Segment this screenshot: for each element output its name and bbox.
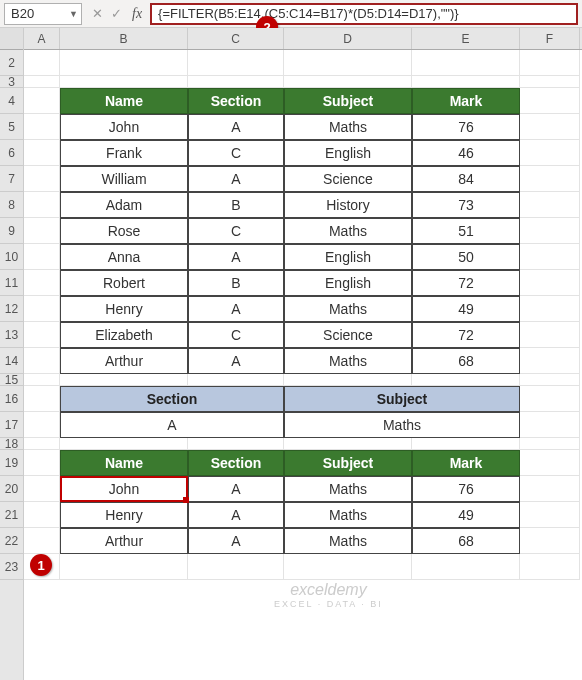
spreadsheet-grid: 2 3 4 5 6 7 8 9 10 11 12 13 14 15 16 17 … — [0, 28, 582, 680]
row-header[interactable]: 14 — [0, 348, 23, 374]
result-row: Henry A Maths 49 — [24, 502, 582, 528]
name-box[interactable]: B20 ▼ — [4, 3, 82, 25]
table-row: RoseCMaths51 — [24, 218, 582, 244]
filter-section-value[interactable]: A — [60, 412, 284, 438]
row-header[interactable]: 11 — [0, 270, 23, 296]
row-header[interactable]: 8 — [0, 192, 23, 218]
row-header[interactable]: 18 — [0, 438, 23, 450]
table-header-row: Name Section Subject Mark — [24, 88, 582, 114]
sheet-cells[interactable]: Name Section Subject Mark JohnAMaths76 F… — [24, 50, 582, 580]
result-header-mark: Mark — [412, 450, 520, 476]
callout-1: 1 — [30, 554, 52, 576]
row-header[interactable]: 6 — [0, 140, 23, 166]
result-row: Arthur A Maths 68 — [24, 528, 582, 554]
row-header[interactable]: 4 — [0, 88, 23, 114]
header-section: Section — [188, 88, 284, 114]
chevron-down-icon[interactable]: ▼ — [69, 9, 78, 19]
row-header[interactable]: 17 — [0, 412, 23, 438]
table-row: RobertBEnglish72 — [24, 270, 582, 296]
result-row: John A Maths 76 — [24, 476, 582, 502]
table-row: ElizabethCScience72 — [24, 322, 582, 348]
row-header[interactable]: 12 — [0, 296, 23, 322]
filter-header-section: Section — [60, 386, 284, 412]
row-header[interactable]: 13 — [0, 322, 23, 348]
table-row: HenryAMaths49 — [24, 296, 582, 322]
col-headers: A B C D E F — [24, 28, 582, 50]
formula-text: {=FILTER(B5:E14,(C5:C14=B17)*(D5:D14=D17… — [158, 6, 459, 21]
row-header[interactable]: 16 — [0, 386, 23, 412]
row-header[interactable]: 2 — [0, 50, 23, 76]
row-header[interactable]: 20 — [0, 476, 23, 502]
header-name: Name — [60, 88, 188, 114]
select-all-corner[interactable] — [0, 28, 23, 50]
filter-value-row: A Maths — [24, 412, 582, 438]
table-row: AdamBHistory73 — [24, 192, 582, 218]
col-header[interactable]: B — [60, 28, 188, 49]
row-header[interactable]: 3 — [0, 76, 23, 88]
formula-bar[interactable]: {=FILTER(B5:E14,(C5:C14=B17)*(D5:D14=D17… — [150, 3, 578, 25]
result-header-row: Name Section Subject Mark — [24, 450, 582, 476]
row-header[interactable]: 5 — [0, 114, 23, 140]
active-cell[interactable]: John — [60, 476, 188, 502]
header-subject: Subject — [284, 88, 412, 114]
watermark: exceldemy EXCEL · DATA · BI — [274, 580, 383, 610]
row-header[interactable]: 10 — [0, 244, 23, 270]
grid-body: A B C D E F Name Section Subject Mark Jo… — [24, 28, 582, 680]
result-header-section: Section — [188, 450, 284, 476]
filter-subject-value[interactable]: Maths — [284, 412, 520, 438]
row-headers: 2 3 4 5 6 7 8 9 10 11 12 13 14 15 16 17 … — [0, 28, 24, 680]
row-header[interactable]: 15 — [0, 374, 23, 386]
table-row: WilliamAScience84 — [24, 166, 582, 192]
col-header[interactable]: D — [284, 28, 412, 49]
table-row: AnnaAEnglish50 — [24, 244, 582, 270]
name-box-value: B20 — [11, 6, 34, 21]
row-header[interactable]: 21 — [0, 502, 23, 528]
col-header[interactable]: F — [520, 28, 580, 49]
table-row: FrankCEnglish46 — [24, 140, 582, 166]
row-header[interactable]: 7 — [0, 166, 23, 192]
formula-icons: ✕ ✓ — [86, 6, 128, 21]
row-header[interactable]: 22 — [0, 528, 23, 554]
table-row: ArthurAMaths68 — [24, 348, 582, 374]
row-header[interactable]: 9 — [0, 218, 23, 244]
header-mark: Mark — [412, 88, 520, 114]
cancel-icon[interactable]: ✕ — [92, 6, 103, 21]
col-header[interactable]: C — [188, 28, 284, 49]
filter-header-subject: Subject — [284, 386, 520, 412]
col-header[interactable]: E — [412, 28, 520, 49]
enter-icon[interactable]: ✓ — [111, 6, 122, 21]
table-row: JohnAMaths76 — [24, 114, 582, 140]
filter-header-row: Section Subject — [24, 386, 582, 412]
fx-icon[interactable]: fx — [132, 6, 146, 22]
col-header[interactable]: A — [24, 28, 60, 49]
formula-toolbar: B20 ▼ ✕ ✓ fx {=FILTER(B5:E14,(C5:C14=B17… — [0, 0, 582, 28]
row-header[interactable]: 19 — [0, 450, 23, 476]
row-header[interactable]: 23 — [0, 554, 23, 580]
result-header-name: Name — [60, 450, 188, 476]
result-header-subject: Subject — [284, 450, 412, 476]
